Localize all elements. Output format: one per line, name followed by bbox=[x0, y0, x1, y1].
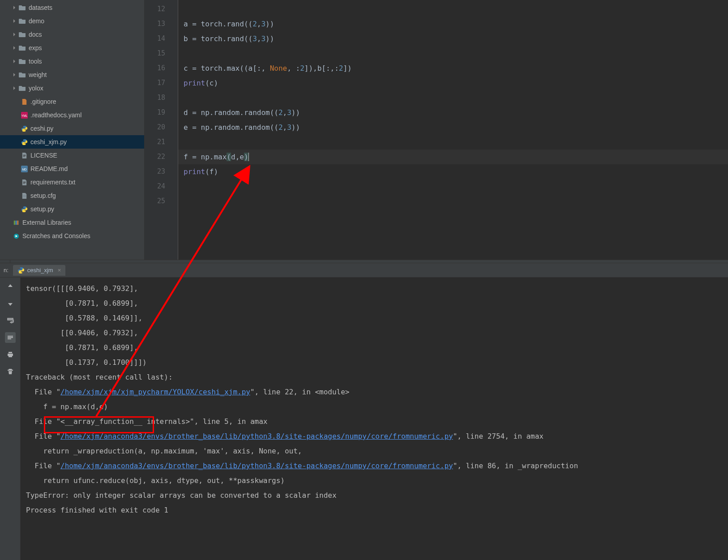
line-number[interactable]: 25 bbox=[145, 194, 178, 209]
console-line: File "/home/xjm/anaconda3/envs/brother_b… bbox=[26, 458, 723, 473]
run-tool-window-tabs: n: ceshi_xjm × bbox=[0, 263, 728, 278]
line-number[interactable]: 21 bbox=[145, 135, 178, 150]
tree-item-label: .gitignore bbox=[30, 98, 56, 105]
tree-item-readme-md[interactable]: MDREADME.md bbox=[0, 162, 144, 175]
tree-item-setup-py[interactable]: setup.py bbox=[0, 202, 144, 216]
chevron-right-icon[interactable] bbox=[12, 18, 17, 24]
folder-icon bbox=[19, 31, 26, 38]
svg-rect-6 bbox=[17, 220, 18, 224]
project-tree[interactable]: datasetsdemodocsexpstoolsweightyolox.git… bbox=[0, 0, 145, 260]
chevron-right-icon bbox=[12, 180, 19, 185]
chevron-right-icon bbox=[4, 220, 11, 225]
console-line: return ufunc.reduce(obj, axis, dtype, ou… bbox=[26, 473, 723, 488]
code-line-24[interactable] bbox=[178, 179, 728, 194]
tree-item-tools[interactable]: tools bbox=[0, 55, 144, 68]
yaml-icon: YML bbox=[21, 111, 28, 119]
soft-wrap-icon[interactable] bbox=[5, 315, 16, 326]
chevron-right-icon[interactable] bbox=[12, 59, 17, 64]
chevron-right-icon[interactable] bbox=[12, 32, 17, 37]
line-number[interactable]: 19 bbox=[145, 105, 178, 120]
traceback-file-link[interactable]: /home/xjm/xjm/xjm_pycharm/YOLOX/ceshi_xj… bbox=[60, 388, 250, 396]
run-tab-ceshi-xjm[interactable]: ceshi_xjm × bbox=[13, 265, 65, 276]
trash-icon[interactable] bbox=[5, 366, 16, 377]
scroll-up-icon[interactable] bbox=[5, 281, 16, 292]
code-line-22[interactable]: f = np.max(d,e) bbox=[178, 150, 728, 164]
chevron-right-icon bbox=[12, 206, 19, 212]
code-line-13[interactable]: a = torch.rand((2,3)) bbox=[178, 17, 728, 31]
print-icon[interactable] bbox=[5, 349, 16, 360]
code-line-14[interactable]: b = torch.rand((3,3)) bbox=[178, 31, 728, 46]
code-line-19[interactable]: d = np.random.random((2,3)) bbox=[178, 105, 728, 120]
line-number[interactable]: 18 bbox=[145, 90, 178, 105]
line-number[interactable]: 15 bbox=[145, 46, 178, 61]
chevron-right-icon[interactable] bbox=[12, 72, 17, 77]
tree-item--readthedocs-yaml[interactable]: YML.readthedocs.yaml bbox=[0, 108, 144, 122]
tree-item-demo[interactable]: demo bbox=[0, 14, 144, 28]
code-line-23[interactable]: print(f) bbox=[178, 164, 728, 179]
code-line-21[interactable] bbox=[178, 135, 728, 150]
py-icon bbox=[21, 125, 28, 132]
chevron-right-icon bbox=[12, 153, 19, 158]
console-line: File "/home/xjm/xjm/xjm_pycharm/YOLOX/ce… bbox=[26, 385, 723, 399]
console-output[interactable]: tensor([[[0.9406, 0.7932], [0.7871, 0.68… bbox=[21, 278, 728, 560]
tree-item-setup-cfg[interactable]: setup.cfg bbox=[0, 189, 144, 202]
tree-item-label: demo bbox=[29, 17, 44, 25]
chevron-right-icon[interactable] bbox=[12, 45, 17, 51]
pane-resize-bar[interactable] bbox=[0, 260, 728, 263]
line-number[interactable]: 24 bbox=[145, 179, 178, 194]
line-number[interactable]: 13 bbox=[145, 17, 178, 31]
folder-icon bbox=[19, 72, 26, 78]
chevron-right-icon bbox=[12, 99, 19, 104]
line-number[interactable]: 14 bbox=[145, 31, 178, 46]
tree-item-yolox[interactable]: yolox bbox=[0, 81, 144, 95]
traceback-file-link[interactable]: /home/xjm/anaconda3/envs/brother_base/li… bbox=[60, 432, 453, 440]
scroll-down-icon[interactable] bbox=[5, 298, 16, 309]
run-label: n: bbox=[4, 267, 9, 274]
code-content[interactable]: a = torch.rand((2,3)) b = torch.rand((3,… bbox=[178, 0, 728, 260]
code-line-12[interactable] bbox=[178, 2, 728, 17]
tree-item-datasets[interactable]: datasets bbox=[0, 1, 144, 14]
chevron-right-icon bbox=[4, 233, 11, 239]
code-line-17[interactable]: print(c) bbox=[178, 76, 728, 90]
tree-item-label: ceshi_xjm.py bbox=[30, 138, 67, 145]
code-line-16[interactable]: c = torch.max((a[:, None, :2]),b[:,:2]) bbox=[178, 61, 728, 76]
line-number[interactable]: 12 bbox=[145, 2, 178, 17]
tree-item-ceshi-py[interactable]: ceshi.py bbox=[0, 122, 144, 135]
console-line: File "<__array_function__ internals>", l… bbox=[26, 414, 723, 429]
tree-item-label: setup.py bbox=[30, 205, 54, 213]
tree-item-external-libraries[interactable]: External Libraries bbox=[0, 216, 144, 229]
line-number[interactable]: 23 bbox=[145, 164, 178, 179]
tree-item-label: Scratches and Consoles bbox=[22, 232, 90, 239]
line-number[interactable]: 16 bbox=[145, 61, 178, 76]
traceback-file-link[interactable]: /home/xjm/anaconda3/envs/brother_base/li… bbox=[60, 462, 453, 470]
tree-item-ceshi-xjm-py[interactable]: ceshi_xjm.py bbox=[0, 135, 144, 149]
py-icon bbox=[21, 138, 28, 145]
tree-item-scratches-and-consoles[interactable]: Scratches and Consoles bbox=[0, 229, 144, 243]
code-line-20[interactable]: e = np.random.random((2,3)) bbox=[178, 120, 728, 135]
line-number[interactable]: 22 bbox=[145, 150, 178, 164]
tree-item-label: tools bbox=[29, 58, 42, 65]
scratch-icon bbox=[13, 232, 20, 239]
tree-item-label: exps bbox=[29, 44, 42, 51]
code-line-18[interactable] bbox=[178, 90, 728, 105]
txt-icon bbox=[21, 152, 28, 159]
code-line-15[interactable] bbox=[178, 46, 728, 61]
code-editor[interactable]: 1213141516171819202122232425 a = torch.r… bbox=[145, 0, 728, 260]
chevron-right-icon[interactable] bbox=[12, 5, 17, 10]
scroll-to-end-icon[interactable] bbox=[5, 332, 16, 343]
tree-item-weight[interactable]: weight bbox=[0, 68, 144, 81]
tree-item-label: docs bbox=[29, 31, 42, 38]
chevron-right-icon[interactable] bbox=[12, 85, 17, 91]
close-icon[interactable]: × bbox=[58, 267, 61, 274]
tree-item-docs[interactable]: docs bbox=[0, 28, 144, 41]
console-line: [0.7871, 0.6899], bbox=[26, 340, 723, 355]
line-number[interactable]: 20 bbox=[145, 120, 178, 135]
tree-item-exps[interactable]: exps bbox=[0, 41, 144, 55]
tree-item-requirements-txt[interactable]: requirements.txt bbox=[0, 175, 144, 189]
line-number[interactable]: 17 bbox=[145, 76, 178, 90]
code-line-25[interactable] bbox=[178, 194, 728, 209]
tree-item-label: yolox bbox=[29, 85, 43, 92]
chevron-right-icon bbox=[12, 126, 19, 131]
tree-item-license[interactable]: LICENSE bbox=[0, 149, 144, 162]
tree-item--gitignore[interactable]: .gitignore bbox=[0, 95, 144, 108]
